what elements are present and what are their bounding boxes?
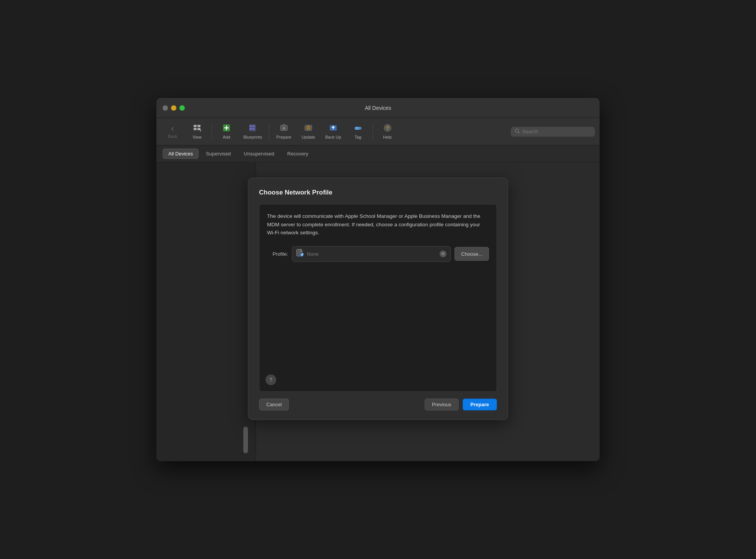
main-content: Choose Network Profile The device will c… xyxy=(156,162,600,461)
tab-recovery[interactable]: Recovery xyxy=(282,149,314,159)
choose-network-profile-dialog: Choose Network Profile The device will c… xyxy=(248,178,508,420)
view-icon xyxy=(193,124,201,134)
svg-rect-22 xyxy=(358,127,362,130)
tab-unsupervised[interactable]: Unsupervised xyxy=(238,149,280,159)
tag-button[interactable]: Tag xyxy=(347,122,370,141)
add-button[interactable]: Add xyxy=(215,122,238,141)
dialog-description: The device will communicate with Apple S… xyxy=(267,212,489,237)
search-icon xyxy=(515,128,520,135)
tab-all-devices[interactable]: All Devices xyxy=(163,149,199,159)
window-title: All Devices xyxy=(365,105,391,111)
add-icon xyxy=(222,124,231,134)
svg-marker-4 xyxy=(200,129,201,132)
blueprints-icon xyxy=(248,124,257,134)
profile-field: None ✕ xyxy=(292,246,451,262)
svg-rect-2 xyxy=(194,128,197,130)
svg-rect-0 xyxy=(194,125,197,127)
update-button[interactable]: Update xyxy=(297,122,320,141)
profile-clear-button[interactable]: ✕ xyxy=(440,250,446,257)
traffic-lights xyxy=(163,105,185,111)
toolbar-sep-2 xyxy=(269,124,269,139)
profile-none-text: None xyxy=(307,251,319,257)
help-icon: ? xyxy=(383,124,392,134)
search-box[interactable] xyxy=(511,127,595,137)
help-button[interactable]: ? Help xyxy=(376,122,399,141)
svg-rect-9 xyxy=(250,125,252,127)
previous-button[interactable]: Previous xyxy=(425,399,459,410)
dialog-help-button[interactable]: ? xyxy=(266,374,276,385)
tabs-bar: All Devices Supervised Unsupervised Reco… xyxy=(156,145,600,162)
titlebar: All Devices xyxy=(156,98,600,118)
svg-point-15 xyxy=(283,127,285,129)
scrollbar[interactable] xyxy=(243,427,248,453)
back-button[interactable]: ‹ Back xyxy=(161,123,184,140)
svg-rect-12 xyxy=(253,128,254,130)
svg-line-26 xyxy=(518,132,520,133)
prepare-icon xyxy=(280,124,288,134)
svg-rect-11 xyxy=(250,128,252,130)
tab-supervised[interactable]: Supervised xyxy=(200,149,236,159)
search-input[interactable] xyxy=(522,129,591,134)
profile-file-icon xyxy=(296,249,304,259)
toolbar-sep-3 xyxy=(373,124,373,139)
footer-right-buttons: Previous Prepare xyxy=(425,399,497,410)
dialog-footer: Cancel Previous Prepare xyxy=(259,399,497,410)
dialog-title: Choose Network Profile xyxy=(259,189,497,196)
close-button[interactable] xyxy=(163,105,168,111)
view-button[interactable]: View xyxy=(186,122,209,141)
back-icon: ‹ xyxy=(171,124,174,133)
cancel-button[interactable]: Cancel xyxy=(259,399,289,410)
backup-icon xyxy=(329,124,337,134)
dialog-body: The device will communicate with Apple S… xyxy=(259,204,497,392)
update-icon xyxy=(304,124,313,134)
profile-label: Profile: xyxy=(267,251,288,257)
maximize-button[interactable] xyxy=(179,105,185,111)
svg-text:?: ? xyxy=(386,125,389,131)
choose-button[interactable]: Choose... xyxy=(455,247,489,261)
toolbar: ‹ Back View xyxy=(156,118,600,145)
svg-rect-14 xyxy=(283,124,285,126)
profile-row: Profile: None xyxy=(267,246,489,262)
tag-icon xyxy=(354,124,362,134)
app-window: All Devices ‹ Back View xyxy=(156,98,600,461)
svg-rect-10 xyxy=(253,125,254,127)
svg-rect-1 xyxy=(197,125,200,127)
prepare-action-button[interactable]: Prepare xyxy=(463,399,497,410)
help-question-icon: ? xyxy=(269,377,272,383)
device-list-panel xyxy=(156,162,256,461)
prepare-button[interactable]: Prepare xyxy=(272,122,295,141)
svg-rect-3 xyxy=(197,128,200,130)
backup-button[interactable]: Back Up xyxy=(321,122,345,141)
blueprints-button[interactable]: Blueprints xyxy=(240,122,266,141)
clear-icon: ✕ xyxy=(441,251,445,257)
dialog-overlay: Choose Network Profile The device will c… xyxy=(248,178,508,420)
toolbar-sep-1 xyxy=(212,124,212,139)
minimize-button[interactable] xyxy=(171,105,176,111)
